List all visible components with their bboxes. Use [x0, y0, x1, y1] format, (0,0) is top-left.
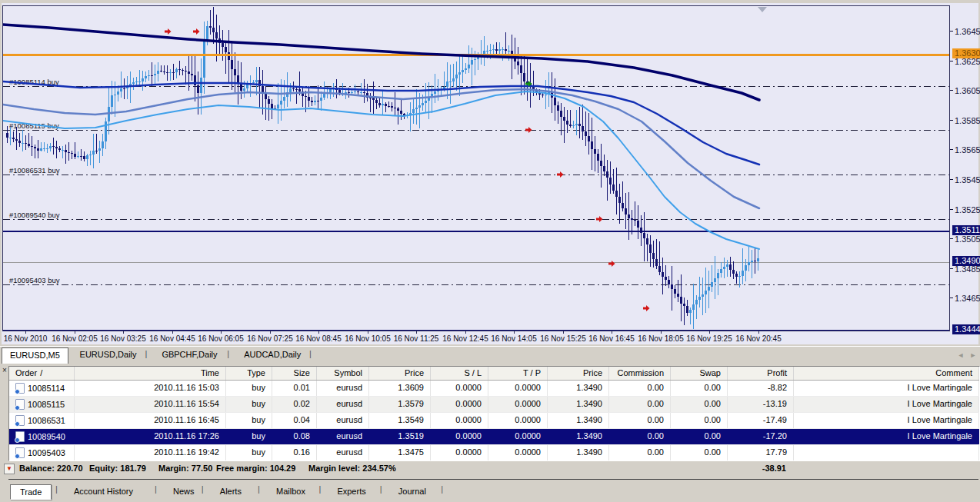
column-header-tp[interactable]: T / P: [488, 367, 548, 380]
price-tick: 1.3585: [950, 116, 978, 125]
tab-scroll-left-icon[interactable]: ◄: [955, 351, 966, 360]
candle-wick: [739, 271, 740, 288]
sell-signal-icon: [525, 127, 532, 133]
candle-wick: [25, 135, 26, 150]
candle: [292, 88, 295, 89]
candle: [748, 262, 750, 265]
terminal-tab-mailbox[interactable]: Mailbox: [267, 484, 315, 498]
column-header-sl[interactable]: S / L: [431, 367, 488, 380]
candle-wick: [173, 64, 174, 80]
terminal-tab-journal[interactable]: Journal: [389, 484, 435, 498]
time-tick: [563, 331, 564, 334]
table-row[interactable]: 100851142010.11.16 15:03buy0.01eurusd1.3…: [9, 381, 979, 397]
cell-tp: 0.0000: [488, 397, 548, 412]
candle: [412, 109, 415, 113]
summary-segment: Equity: 181.79: [89, 464, 146, 473]
chart-tab-audcad-daily[interactable]: AUDCAD,Daily: [236, 347, 308, 362]
time-tick: [612, 331, 612, 334]
candle: [320, 98, 322, 101]
chart-tab-gbpchf-daily[interactable]: GBPCHF,Daily: [154, 347, 225, 362]
time-axis[interactable]: 16 Nov 201016 Nov 02:0516 Nov 03:2516 No…: [2, 331, 948, 346]
candle: [554, 98, 556, 105]
candle-wick: [712, 265, 712, 292]
chart-plot[interactable]: #10085114 buy#10085115 buy#10086531 buy#…: [2, 5, 950, 331]
tab-separator: |: [202, 484, 204, 494]
candle-wick: [152, 62, 152, 86]
terminal-tab-account-history[interactable]: Account History: [65, 484, 142, 498]
cell-type: buy: [226, 397, 272, 412]
candle: [123, 88, 125, 89]
candle-wick: [10, 127, 11, 145]
candle-wick: [410, 102, 411, 131]
cell-order: 10085115: [9, 397, 75, 412]
candle: [151, 75, 153, 76]
chart-tab-eurusd-daily[interactable]: EURUSD,Daily: [72, 347, 145, 362]
terminal-tab-news[interactable]: News: [164, 484, 204, 498]
price-badge: 1.3444: [952, 324, 980, 334]
candle: [572, 125, 575, 126]
table-row[interactable]: 100954032010.11.16 19:42buy0.16eurusd1.3…: [9, 445, 979, 461]
candle: [135, 81, 138, 82]
candle: [166, 72, 168, 73]
candle-wick: [561, 103, 562, 135]
candle: [212, 28, 215, 32]
candle: [489, 50, 492, 51]
candle: [215, 32, 218, 38]
terminal-tab-alerts[interactable]: Alerts: [211, 484, 251, 498]
candle-wick: [481, 40, 482, 65]
candle: [234, 69, 236, 75]
ma-slow-line: [3, 25, 759, 100]
chart-shift-marker-icon[interactable]: [758, 7, 767, 12]
candle: [695, 300, 698, 304]
orders-table-header[interactable]: Order /TimeTypeSizeSymbolPriceS / LT / P…: [9, 367, 979, 381]
price-tick-label: 1.3605: [955, 86, 980, 95]
table-row[interactable]: 100851152010.11.16 15:54buy0.02eurusd1.3…: [9, 397, 979, 413]
column-header-order[interactable]: Order /: [9, 367, 75, 380]
chart-tab-eurusd-m5[interactable]: EURUSD,M5: [2, 347, 68, 364]
column-header-time[interactable]: Time: [75, 367, 226, 380]
candle-wick: [462, 54, 463, 83]
column-header-comment[interactable]: Comment: [794, 367, 979, 380]
candle: [689, 310, 692, 313]
cell-symbol: eurusd: [317, 381, 369, 396]
cell-size: 0.04: [272, 413, 317, 428]
candle-wick: [90, 151, 91, 165]
candle-wick: [278, 83, 278, 124]
candle-wick: [333, 83, 334, 97]
candle: [120, 88, 122, 91]
sell-signal-icon: [643, 305, 650, 311]
cell-profit: -8.82: [728, 381, 794, 396]
column-header-price[interactable]: Price: [548, 367, 609, 380]
candle: [172, 72, 175, 73]
tab-separator: |: [318, 484, 321, 494]
column-header-symbol[interactable]: Symbol: [317, 367, 369, 380]
column-header-price[interactable]: Price: [369, 367, 431, 380]
summary-segment: Margin level: 234.57%: [308, 464, 396, 473]
table-row[interactable]: 100865312010.11.16 16:45buy0.04eurusd1.3…: [9, 413, 979, 429]
close-icon[interactable]: ×: [1, 366, 8, 374]
terminal-tab-trade[interactable]: Trade: [10, 484, 52, 500]
cell-profit: -17.20: [728, 429, 794, 444]
candle-wick: [382, 91, 383, 115]
column-header-size[interactable]: Size: [272, 367, 317, 380]
summary-segment: Free margin: 104.29: [216, 464, 295, 473]
candle: [655, 259, 658, 266]
candle-wick: [647, 234, 648, 261]
table-row[interactable]: 100895402010.11.16 17:26buy0.08eurusd1.3…: [9, 429, 979, 445]
order-doc-icon: [15, 399, 25, 410]
candle: [594, 149, 596, 154]
column-header-profit[interactable]: Profit: [728, 367, 794, 380]
candle-wick: [250, 75, 251, 97]
candle: [363, 92, 365, 93]
candle: [305, 96, 307, 97]
column-header-commission[interactable]: Commission: [609, 367, 671, 380]
tab-scroll-right-icon[interactable]: ►: [968, 351, 978, 360]
column-header-swap[interactable]: Swap: [671, 367, 728, 380]
terminal-tab-experts[interactable]: Experts: [328, 484, 375, 498]
candle: [169, 72, 172, 73]
time-tick-label: 16 Nov 02:05: [52, 334, 98, 343]
cell-comment: I Love Martingale: [794, 429, 979, 444]
column-header-type[interactable]: Type: [226, 367, 272, 380]
price-axis[interactable]: 1.36451.36251.36051.35851.35651.35451.35…: [950, 5, 978, 330]
cell-comment: I Love Martingale: [794, 397, 979, 412]
